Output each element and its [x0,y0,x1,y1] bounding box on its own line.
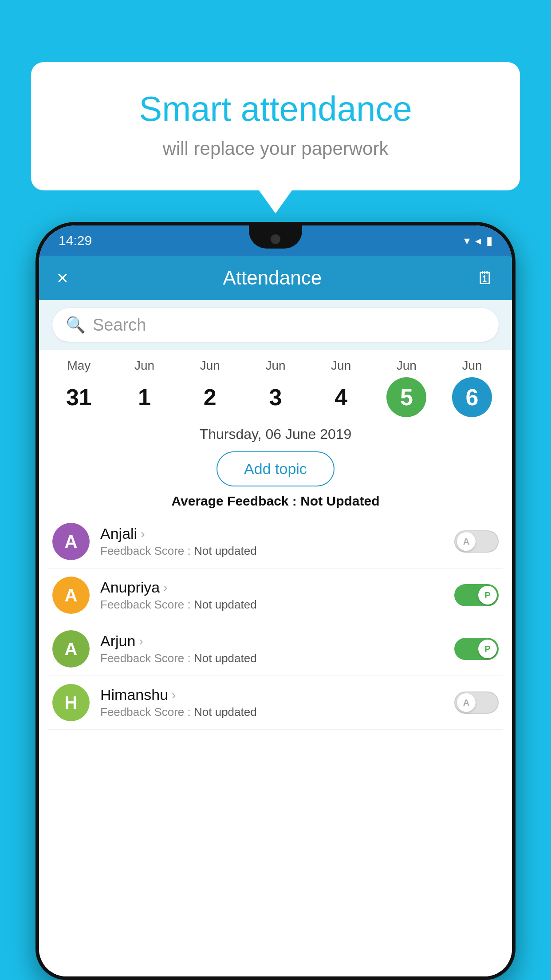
cal-month: May [67,359,91,373]
cal-date[interactable]: 2 [190,377,230,417]
student-name[interactable]: Arjun › [100,632,444,650]
student-info: Himanshu › Feedback Score : Not updated [100,686,444,719]
student-name[interactable]: Anupriya › [100,579,444,596]
attendance-toggle[interactable]: P [454,638,499,660]
cal-month: Jun [265,359,285,373]
cal-date[interactable]: 5 [386,377,426,417]
calendar-day[interactable]: Jun 6 [448,359,496,417]
toggle-container[interactable]: A [454,530,499,553]
cal-month: Jun [134,359,154,373]
chevron-right-icon: › [172,688,176,702]
student-item: A Arjun › Feedback Score : Not updated P [48,622,503,676]
bubble-subtitle: will replace your paperwork [67,138,484,159]
wifi-icon: ▾ [464,234,470,248]
student-feedback: Feedback Score : Not updated [100,544,444,558]
bubble-title: Smart attendance [67,89,484,129]
screen-content: 🔍 Search May 31 Jun 1 Jun 2 Jun 3 Jun 4 [39,300,512,976]
cal-month: Jun [331,359,351,373]
toggle-knob: P [478,586,497,605]
selected-date-label: Thursday, 06 June 2019 [39,422,512,444]
search-placeholder: Search [93,316,146,335]
attendance-toggle[interactable]: P [454,584,499,606]
student-item: A Anjali › Feedback Score : Not updated … [48,515,503,569]
student-item: A Anupriya › Feedback Score : Not update… [48,569,503,622]
cal-month: Jun [462,359,482,373]
speech-bubble: Smart attendance will replace your paper… [31,62,520,190]
signal-icon: ◂ [475,234,481,248]
cal-month: Jun [200,359,220,373]
calendar-day[interactable]: Jun 3 [251,359,300,417]
camera-dot [271,234,280,244]
speech-bubble-container: Smart attendance will replace your paper… [31,62,520,190]
student-name[interactable]: Himanshu › [100,686,444,703]
cal-date[interactable]: 31 [59,377,99,417]
add-topic-button[interactable]: Add topic [216,451,335,486]
student-list: A Anjali › Feedback Score : Not updated … [39,515,512,730]
student-info: Anupriya › Feedback Score : Not updated [100,579,444,612]
phone-inner: 14:29 ▾ ◂ ▮ × Attendance 🗓 [39,225,512,976]
toggle-container[interactable]: P [454,638,499,660]
student-feedback: Feedback Score : Not updated [100,705,444,719]
student-avatar: H [52,684,90,721]
student-avatar: A [52,630,90,668]
student-avatar: A [52,523,90,560]
student-avatar: A [52,577,90,614]
attendance-toggle[interactable]: A [454,530,499,553]
cal-date[interactable]: 6 [452,377,492,417]
calendar-icon[interactable]: 🗓 [476,268,494,288]
calendar-day[interactable]: Jun 4 [317,359,366,417]
toggle-knob: P [478,640,497,658]
status-icons: ▾ ◂ ▮ [464,234,492,248]
chevron-right-icon: › [163,581,167,595]
toggle-container[interactable]: P [454,584,499,606]
chevron-right-icon: › [139,634,143,648]
phone-frame: 14:29 ▾ ◂ ▮ × Attendance 🗓 [35,222,516,980]
search-bar-container: 🔍 Search [39,300,512,350]
student-info: Arjun › Feedback Score : Not updated [100,632,444,665]
calendar-day[interactable]: Jun 2 [185,359,234,417]
search-icon: 🔍 [66,316,86,334]
calendar-day[interactable]: Jun 1 [120,359,169,417]
attendance-toggle[interactable]: A [454,692,499,714]
calendar-strip: May 31 Jun 1 Jun 2 Jun 3 Jun 4 Jun 5 Jun… [39,350,512,422]
status-time: 14:29 [59,233,92,248]
toggle-knob: A [457,693,476,712]
cal-date[interactable]: 3 [256,377,295,417]
student-feedback: Feedback Score : Not updated [100,598,444,612]
student-name[interactable]: Anjali › [100,525,444,542]
phone-screen: 14:29 ▾ ◂ ▮ × Attendance 🗓 [39,225,512,976]
student-feedback: Feedback Score : Not updated [100,652,444,665]
app-bar-title: Attendance [223,267,322,289]
avg-feedback-value: Not Updated [300,494,379,508]
chevron-right-icon: › [141,527,145,541]
cal-date[interactable]: 4 [321,377,361,417]
close-button[interactable]: × [57,267,68,289]
student-info: Anjali › Feedback Score : Not updated [100,525,444,558]
search-bar[interactable]: 🔍 Search [52,308,499,342]
avg-feedback-label: Average Feedback : [171,494,296,508]
toggle-container[interactable]: A [454,692,499,714]
battery-icon: ▮ [486,234,492,248]
cal-date[interactable]: 1 [125,377,165,417]
calendar-day[interactable]: Jun 5 [382,359,431,417]
app-bar: × Attendance 🗓 [39,256,512,300]
toggle-knob: A [457,532,476,551]
calendar-day[interactable]: May 31 [55,359,103,417]
notch [249,225,302,249]
cal-month: Jun [397,359,417,373]
status-bar: 14:29 ▾ ◂ ▮ [39,225,512,256]
student-item: H Himanshu › Feedback Score : Not update… [48,676,503,730]
avg-feedback: Average Feedback : Not Updated [39,494,512,509]
